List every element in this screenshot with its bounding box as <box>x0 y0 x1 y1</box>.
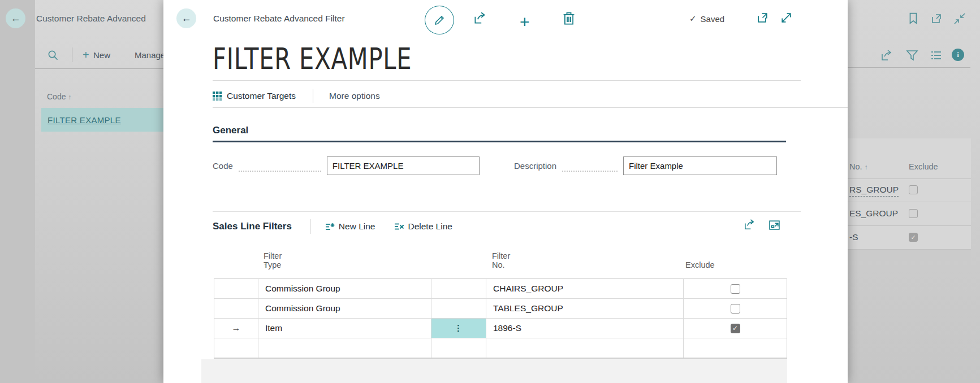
background-table-row: ES_GROUP <box>848 202 971 226</box>
customer-targets-menu-item[interactable]: Customer Targets <box>213 91 296 101</box>
open-lines-in-window-icon[interactable] <box>768 218 781 231</box>
right-divider <box>848 67 970 68</box>
exclude-column-header: Exclude <box>909 162 938 171</box>
general-section-rule <box>213 141 786 142</box>
grid-row: Commission GroupCHAIRS_GROUP <box>214 279 787 299</box>
new-line-button[interactable]: New Line <box>325 221 375 232</box>
row-selector-cell[interactable] <box>214 299 258 318</box>
more-options-menu-item[interactable]: More options <box>329 91 380 101</box>
background-table-footer <box>848 250 971 261</box>
open-in-window-icon[interactable] <box>930 12 943 25</box>
expand-button[interactable] <box>780 11 793 24</box>
filter-type-cell[interactable]: Commission Group <box>258 299 431 318</box>
share-icon[interactable] <box>880 49 893 62</box>
dotted-leader <box>239 171 321 172</box>
customer-targets-label: Customer Targets <box>227 91 296 101</box>
menu-divider-line <box>213 107 848 108</box>
manage-button[interactable]: Manage <box>135 50 163 60</box>
grid-footer-band <box>201 359 787 383</box>
sort-ascending-icon: ↑ <box>68 93 71 101</box>
no-column-header: No. ↑ <box>849 162 868 171</box>
assist-cell[interactable] <box>431 299 486 318</box>
background-exclude-checkbox <box>909 209 918 218</box>
assist-cell[interactable] <box>431 338 486 358</box>
filter-no-cell[interactable]: CHAIRS_GROUP <box>486 279 684 298</box>
filter-no-cell[interactable]: TABLES_GROUP <box>486 299 684 318</box>
exclude-checkbox[interactable] <box>731 304 740 314</box>
background-no-link: RS_GROUP <box>849 185 899 197</box>
share-lines-icon[interactable] <box>743 218 756 231</box>
general-section-heading[interactable]: General <box>213 125 248 136</box>
assist-cell[interactable] <box>431 279 486 298</box>
edit-pencil-button[interactable] <box>425 6 454 34</box>
background-no-link: -S <box>849 232 858 242</box>
filter-type-cell[interactable] <box>258 338 431 358</box>
sales-line-filters-heading[interactable]: Sales Line Filters <box>213 221 292 232</box>
row-selector-cell[interactable] <box>214 338 258 358</box>
filter-no-cell[interactable]: 1896-S <box>486 319 684 338</box>
filter-icon[interactable] <box>905 49 919 62</box>
list-view-icon[interactable] <box>929 49 943 62</box>
code-column-header[interactable]: Code ↑ <box>47 92 71 101</box>
lines-grid-header: Filter Type ↑ Filter No. ↑ Exclude <box>214 261 787 278</box>
checkmark-icon: ✓ <box>689 14 697 24</box>
code-input[interactable] <box>327 156 480 175</box>
bookmark-icon[interactable] <box>908 12 919 25</box>
description-field: Description <box>514 156 777 175</box>
info-icon[interactable]: i <box>952 49 964 61</box>
new-record-button[interactable]: + <box>520 12 530 32</box>
delete-button[interactable] <box>562 11 576 25</box>
selected-list-row[interactable]: FILTER EXAMPLE <box>41 108 164 132</box>
row-selector-cell[interactable] <box>214 279 258 298</box>
sales-line-filters-grid: Commission GroupCHAIRS_GROUPCommission G… <box>214 278 787 359</box>
exclude-checkbox[interactable]: ✓ <box>731 324 740 333</box>
sort-ascending-icon: ↑ <box>492 262 495 269</box>
exclude-cell[interactable] <box>684 279 787 298</box>
assist-edit-cell[interactable]: ⋮ <box>431 319 486 338</box>
background-targets-table: No. ↑ Exclude RS_GROUPES_GROUP-S✓ <box>848 138 971 261</box>
saved-label: Saved <box>701 14 725 24</box>
filter-type-cell[interactable]: Item <box>258 319 431 338</box>
background-exclude-checkbox <box>909 185 918 194</box>
menu-divider <box>313 89 313 103</box>
exclude-cell[interactable] <box>684 299 787 318</box>
dotted-leader <box>562 171 618 172</box>
new-line-icon <box>325 222 335 232</box>
plus-icon: + <box>83 49 89 62</box>
back-button[interactable]: ← <box>6 8 25 28</box>
grid-row: Commission GroupTABLES_GROUP <box>214 299 787 319</box>
sales-line-filters-header: Sales Line Filters New Line Delete Line <box>213 217 472 236</box>
targets-grid-icon <box>213 92 222 101</box>
description-input[interactable] <box>623 156 777 175</box>
open-in-window-button[interactable] <box>756 11 769 24</box>
saved-status: ✓ Saved <box>689 14 724 24</box>
sort-ascending-icon: ↑ <box>264 262 267 269</box>
active-row-marker[interactable]: → <box>214 319 258 338</box>
share-button[interactable] <box>473 11 487 25</box>
filter-type-cell[interactable]: Commission Group <box>258 279 431 298</box>
exclude-cell[interactable] <box>684 338 787 358</box>
title-divider <box>213 80 801 81</box>
lines-menu-divider <box>310 219 310 234</box>
customer-rebate-advanced-filter-dialog: ← Customer Rebate Advanced Filter + ✓ Sa… <box>163 0 848 383</box>
left-nav-strip <box>0 0 35 383</box>
action-menu: Customer Targets More options <box>213 85 380 107</box>
collapse-icon[interactable] <box>953 12 966 25</box>
background-table-row: -S✓ <box>848 226 971 250</box>
grid-row: →Item⋮1896-S✓ <box>214 319 787 338</box>
filter-no-cell[interactable] <box>486 338 684 358</box>
exclude-cell[interactable]: ✓ <box>684 319 787 338</box>
search-icon[interactable] <box>48 50 58 60</box>
code-field: Code <box>213 156 480 175</box>
dialog-title: Customer Rebate Advanced Filter <box>213 14 345 24</box>
record-link[interactable]: FILTER EXAMPLE <box>48 115 121 125</box>
code-label: Code <box>213 161 233 171</box>
description-label: Description <box>514 161 556 171</box>
delete-line-button[interactable]: Delete Line <box>394 221 452 232</box>
exclude-checkbox[interactable] <box>731 284 740 294</box>
new-button[interactable]: New <box>93 50 110 60</box>
toolbar-border <box>35 68 164 69</box>
dialog-back-button[interactable]: ← <box>176 8 196 28</box>
background-exclude-checkbox: ✓ <box>909 233 918 242</box>
toolbar-divider <box>72 47 72 62</box>
